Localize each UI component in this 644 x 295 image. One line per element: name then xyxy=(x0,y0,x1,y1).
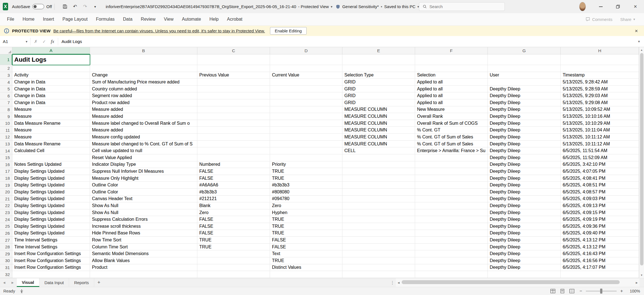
cell-H4[interactable]: 5/13/2025, 9:28:42 AM xyxy=(561,79,639,86)
row-header-11[interactable]: 11 xyxy=(0,127,12,134)
cell-D28[interactable]: FALSE xyxy=(270,244,342,251)
autosave-toggle[interactable] xyxy=(32,4,44,9)
cell-A10[interactable]: Data Measure Rename xyxy=(12,120,90,127)
enter-button[interactable]: ✓ xyxy=(40,37,48,46)
cell-F18[interactable] xyxy=(415,175,488,182)
cell-C19[interactable]: #A6A6A6 xyxy=(197,182,270,189)
cell-E24[interactable] xyxy=(342,216,415,223)
column-header-D[interactable]: D xyxy=(270,47,342,54)
cell-C32[interactable] xyxy=(197,271,270,278)
ribbon-tab-data[interactable]: Data xyxy=(119,13,137,26)
search-box[interactable] xyxy=(419,2,505,11)
cell-D2[interactable] xyxy=(270,65,342,72)
page-break-view-button[interactable] xyxy=(569,289,575,294)
cell-G6[interactable]: Deepthy Dileep xyxy=(488,92,561,99)
cell-G9[interactable]: Deepthy Dileep xyxy=(488,113,561,120)
next-sheet-button[interactable]: ▶ xyxy=(8,278,17,287)
cell-B25[interactable]: Increase scroll thickness xyxy=(90,223,197,230)
accessibility-icon[interactable] xyxy=(20,289,24,293)
cell-C1[interactable] xyxy=(197,54,270,65)
row-header-18[interactable]: 18 xyxy=(0,175,12,182)
cell-H26[interactable]: 6/5/2025, 4:09:40 PM xyxy=(561,230,639,237)
cell-H12[interactable]: 5/13/2025, 10:11:12 AM xyxy=(561,134,639,141)
vertical-scrollbar[interactable]: ▲ ▼ xyxy=(639,47,644,278)
cell-E31[interactable] xyxy=(342,264,415,271)
scroll-up-button[interactable]: ▲ xyxy=(639,47,644,53)
cell-H22[interactable]: 6/5/2025, 4:09:13 PM xyxy=(561,202,639,209)
cell-C18[interactable]: FALSE xyxy=(197,175,270,182)
previous-sheet-button[interactable]: ◀ xyxy=(0,278,8,287)
row-header-13[interactable]: 13 xyxy=(0,141,12,148)
cell-H1[interactable] xyxy=(561,54,639,65)
cell-H20[interactable]: 6/5/2025, 4:08:57 PM xyxy=(561,189,639,196)
cell-C7[interactable] xyxy=(197,99,270,106)
cell-F25[interactable] xyxy=(415,223,488,230)
cell-B21[interactable]: Canvas Header Text xyxy=(90,196,197,203)
cell-C5[interactable] xyxy=(197,86,270,93)
cell-G24[interactable]: Deepthy Dileep xyxy=(488,216,561,223)
ribbon-tab-file[interactable]: File xyxy=(3,13,18,26)
cell-G32[interactable] xyxy=(488,271,561,278)
row-header-20[interactable]: 20 xyxy=(0,189,12,196)
row-header-8[interactable]: 8 xyxy=(0,106,12,113)
cell-E6[interactable]: GRID xyxy=(342,92,415,99)
row-header-17[interactable]: 17 xyxy=(0,168,12,175)
cell-G1[interactable] xyxy=(488,54,561,65)
cell-C30[interactable] xyxy=(197,257,270,264)
ribbon-tab-acrobat[interactable]: Acrobat xyxy=(223,13,247,26)
row-header-3[interactable]: 3 xyxy=(0,72,12,79)
cell-C29[interactable] xyxy=(197,250,270,257)
zoom-level[interactable]: 100% xyxy=(627,289,640,293)
cell-D19[interactable]: #b3b3b3 xyxy=(270,182,342,189)
cell-C8[interactable] xyxy=(197,106,270,113)
cell-B5[interactable]: Country column added xyxy=(90,86,197,93)
row-header-2[interactable]: 2 xyxy=(0,65,12,72)
share-button[interactable]: Share ▾ xyxy=(620,17,635,22)
cell-F7[interactable]: Applied to all xyxy=(415,99,488,106)
cell-H19[interactable]: 6/5/2025, 4:08:51 PM xyxy=(561,182,639,189)
cell-D6[interactable] xyxy=(270,92,342,99)
scroll-left-button[interactable]: ◀ xyxy=(396,281,401,284)
cell-E8[interactable]: MEASURE COLUMN xyxy=(342,106,415,113)
ribbon-tab-help[interactable]: Help xyxy=(205,13,223,26)
row-header-12[interactable]: 12 xyxy=(0,134,12,141)
cell-H27[interactable]: 6/5/2025, 4:13:12 PM xyxy=(561,237,639,244)
save-button[interactable] xyxy=(60,2,69,11)
expand-formula-bar-button[interactable]: ▾ xyxy=(634,36,644,47)
cell-G27[interactable]: Deepthy Dileep xyxy=(488,237,561,244)
cell-D11[interactable] xyxy=(270,127,342,134)
horizontal-scrollbar[interactable]: ◀ ▶ xyxy=(396,278,640,287)
zoom-out-button[interactable]: − xyxy=(579,289,583,294)
cell-E17[interactable] xyxy=(342,168,415,175)
cell-A8[interactable]: Measure xyxy=(12,106,90,113)
zoom-in-button[interactable]: + xyxy=(619,289,624,294)
cell-G15[interactable]: Deepthy Dileep xyxy=(488,154,561,161)
cell-C16[interactable]: Numbered xyxy=(197,161,270,168)
row-header-16[interactable]: 16 xyxy=(0,161,12,168)
cell-A20[interactable]: Display Settings Updated xyxy=(12,189,90,196)
cell-H21[interactable]: 6/5/2025, 4:09:03 PM xyxy=(561,196,639,203)
cell-B7[interactable]: Product row added xyxy=(90,99,197,106)
excel-logo-icon[interactable]: X xyxy=(3,3,8,10)
cell-A26[interactable]: Display Settings Updated xyxy=(12,230,90,237)
cell-B9[interactable]: Measure added xyxy=(90,113,197,120)
cell-A29[interactable]: Insert Row Configuration Settings xyxy=(12,250,90,257)
cell-C12[interactable] xyxy=(197,134,270,141)
cell-E3[interactable]: Selection Type xyxy=(342,72,415,79)
cell-G17[interactable]: Deepthy Dileep xyxy=(488,168,561,175)
row-header-14[interactable]: 14 xyxy=(0,147,12,154)
cell-F20[interactable] xyxy=(415,189,488,196)
cell-E22[interactable] xyxy=(342,202,415,209)
cell-F27[interactable] xyxy=(415,237,488,244)
row-header-27[interactable]: 27 xyxy=(0,237,12,244)
cell-G22[interactable]: Deepthy Dileep xyxy=(488,202,561,209)
cell-A12[interactable]: Measure xyxy=(12,134,90,141)
cell-H7[interactable]: 5/13/2025, 9:29:08 AM xyxy=(561,99,639,106)
cell-G25[interactable]: Deepthy Dileep xyxy=(488,223,561,230)
cell-E19[interactable] xyxy=(342,182,415,189)
cell-C14[interactable] xyxy=(197,147,270,154)
cell-A6[interactable]: Change in Data xyxy=(12,92,90,99)
cell-B30[interactable]: Allow Blank Values xyxy=(90,257,197,264)
cell-G10[interactable]: Deepthy Dileep xyxy=(488,120,561,127)
cell-A21[interactable]: Display Settings Updated xyxy=(12,196,90,203)
